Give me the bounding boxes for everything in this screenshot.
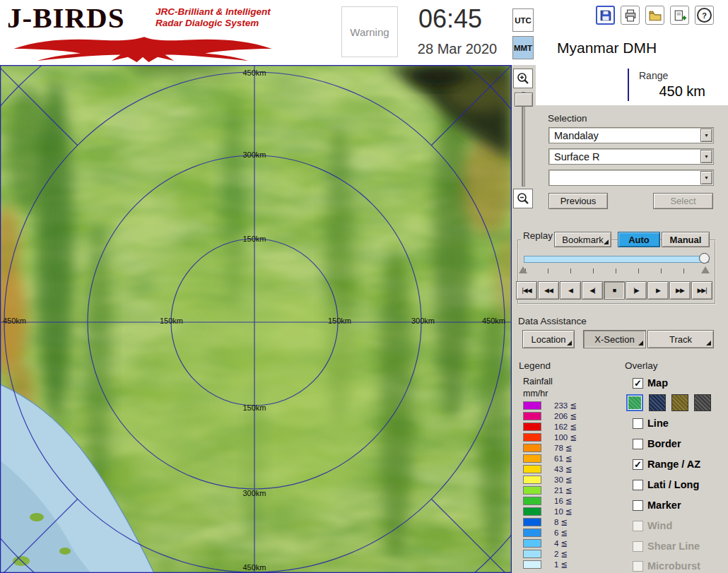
print-icon bbox=[624, 9, 637, 22]
timeline-end-marker[interactable] bbox=[701, 266, 710, 273]
legend-row: 233 ≦ bbox=[523, 401, 622, 411]
bookmark-button[interactable]: Bookmark bbox=[554, 232, 611, 247]
overlay-item-range-az[interactable]: ✓ Range / AZ bbox=[633, 459, 724, 471]
skip-to-end-button[interactable]: ▶▶| bbox=[691, 281, 712, 300]
selection-label: Selection bbox=[548, 113, 587, 124]
legend-color-swatch bbox=[523, 465, 541, 473]
save-button[interactable] bbox=[596, 6, 615, 25]
stop-button[interactable]: ■ bbox=[604, 281, 625, 300]
marker-checkbox bbox=[633, 500, 643, 511]
map-style-swatch-green[interactable] bbox=[626, 394, 643, 411]
radar-map[interactable]: 450km 300km 150km 150km 300km 450km 450k… bbox=[0, 65, 512, 573]
range-ring-label: 450km bbox=[239, 563, 270, 572]
x-section-button[interactable]: X-Section bbox=[583, 330, 646, 348]
overlay-item-marker[interactable]: Marker bbox=[633, 500, 724, 512]
legend-row: 16 ≦ bbox=[523, 496, 622, 507]
legend-color-swatch bbox=[523, 486, 541, 495]
legend-color-swatch bbox=[523, 539, 541, 548]
utc-button[interactable]: UTC bbox=[512, 8, 534, 32]
border-checkbox bbox=[633, 439, 643, 449]
tagline-line1: JRC-Brilliant & Intelligent bbox=[155, 6, 271, 18]
auto-mode-button[interactable]: Auto bbox=[618, 232, 660, 247]
overlay-item-shear-line: Shear Line bbox=[633, 540, 724, 553]
legend-unit-line1: Rainfall bbox=[523, 377, 553, 386]
fast-rewind-button[interactable]: ◀◀ bbox=[538, 281, 559, 300]
range-ring-label: 150km bbox=[328, 317, 351, 325]
region-dropdown-arrow[interactable]: ▼ bbox=[700, 129, 712, 142]
save-icon bbox=[599, 9, 612, 22]
zoom-out-button[interactable] bbox=[513, 189, 533, 208]
legend-color-swatch bbox=[523, 433, 541, 442]
clock-date: 28 Mar 2020 bbox=[404, 41, 510, 57]
range-az-checkbox: ✓ bbox=[633, 459, 643, 470]
legend-color-swatch bbox=[523, 454, 541, 463]
overlay-item-wind: Wind bbox=[633, 520, 724, 533]
legend-row: 43 ≦ bbox=[523, 464, 622, 475]
map-checkbox: ✓ bbox=[633, 378, 643, 389]
zoom-out-icon bbox=[516, 191, 530, 206]
open-folder-button[interactable] bbox=[645, 6, 664, 25]
product-dropdown[interactable]: Surface R ▼ bbox=[548, 148, 714, 165]
step-forward-button[interactable]: |▶ bbox=[626, 281, 647, 300]
legend-color-swatch bbox=[523, 401, 541, 410]
map-style-swatch-gray[interactable] bbox=[694, 394, 711, 411]
control-panel: Range 450 km Selection Mandalay ▼ Surfac… bbox=[512, 65, 728, 573]
zoom-in-button[interactable] bbox=[513, 69, 533, 88]
range-value: 450 km bbox=[659, 83, 705, 100]
manual-mode-button[interactable]: Manual bbox=[662, 232, 710, 247]
play-backward-button[interactable]: ◀ bbox=[560, 281, 581, 300]
legend-color-swatch bbox=[523, 560, 541, 569]
zoom-slider-thumb[interactable] bbox=[515, 93, 533, 107]
product-dropdown-arrow[interactable]: ▼ bbox=[700, 150, 712, 163]
range-ring-label: 150km bbox=[160, 317, 183, 325]
previous-button[interactable]: Previous bbox=[548, 193, 608, 209]
overlay-item-map[interactable]: ✓ Map bbox=[633, 377, 724, 390]
document-plus-button[interactable] bbox=[670, 6, 689, 25]
range-ring-label: 450km bbox=[239, 69, 270, 77]
mmt-button[interactable]: MMT bbox=[512, 36, 534, 59]
location-button[interactable]: Location bbox=[522, 330, 575, 348]
legend-color-swatch bbox=[523, 497, 541, 505]
legend-row: 100 ≦ bbox=[523, 432, 622, 443]
app-logo: J-BIRDS JRC-Brilliant & Intelligent Rada… bbox=[7, 1, 290, 64]
open-folder-icon bbox=[649, 9, 662, 22]
legend-row: 4 ≦ bbox=[523, 538, 622, 549]
timeline-start-marker[interactable] bbox=[519, 266, 527, 273]
step-backward-button[interactable]: ◀| bbox=[582, 281, 603, 300]
region-dropdown[interactable]: Mandalay ▼ bbox=[548, 127, 714, 143]
overlay-item-line[interactable]: Line bbox=[633, 418, 724, 430]
fast-forward-button[interactable]: ▶▶ bbox=[669, 281, 691, 300]
select-button[interactable]: Select bbox=[653, 193, 713, 209]
play-forward-button[interactable]: ▶ bbox=[647, 281, 669, 300]
data-assistance-label: Data Assistance bbox=[518, 316, 587, 326]
extra-dropdown-arrow[interactable]: ▼ bbox=[700, 171, 712, 184]
range-display: Range 450 km bbox=[536, 65, 728, 105]
legend-color-swatch bbox=[523, 444, 541, 452]
skip-to-start-button[interactable]: |◀◀ bbox=[516, 281, 537, 300]
wind-checkbox bbox=[633, 521, 643, 531]
overlay-item-border[interactable]: Border bbox=[633, 438, 724, 451]
replay-label: Replay bbox=[521, 230, 555, 241]
header: J-BIRDS JRC-Brilliant & Intelligent Rada… bbox=[0, 0, 728, 65]
legend-unit-line2: mm/hr bbox=[523, 389, 548, 398]
app-title: J-BIRDS bbox=[7, 1, 124, 34]
legend-color-swatch bbox=[523, 475, 541, 484]
replay-timeline-thumb[interactable] bbox=[699, 253, 710, 264]
replay-timeline[interactable] bbox=[524, 256, 709, 263]
map-style-swatch-olive[interactable] bbox=[671, 394, 688, 411]
extra-dropdown[interactable]: ▼ bbox=[548, 170, 714, 186]
help-button[interactable]: ? bbox=[695, 6, 714, 25]
overlay-item-lati-long[interactable]: Lati / Long bbox=[633, 479, 724, 492]
product-dropdown-value: Surface R bbox=[554, 151, 599, 163]
app-tagline: JRC-Brilliant & Intelligent Radar Dialog… bbox=[155, 6, 271, 29]
help-icon: ? bbox=[697, 8, 712, 23]
map-style-swatch-navy[interactable] bbox=[649, 394, 666, 411]
station-title: Myanmar DMH bbox=[557, 40, 657, 57]
range-ring-label: 450km bbox=[482, 317, 505, 325]
print-button[interactable] bbox=[621, 6, 640, 25]
range-ring-label: 150km bbox=[239, 403, 270, 412]
track-button[interactable]: Track bbox=[647, 330, 714, 348]
lati-long-checkbox bbox=[633, 480, 643, 490]
warning-status: Warning bbox=[341, 6, 398, 57]
shear-line-checkbox bbox=[633, 541, 643, 552]
